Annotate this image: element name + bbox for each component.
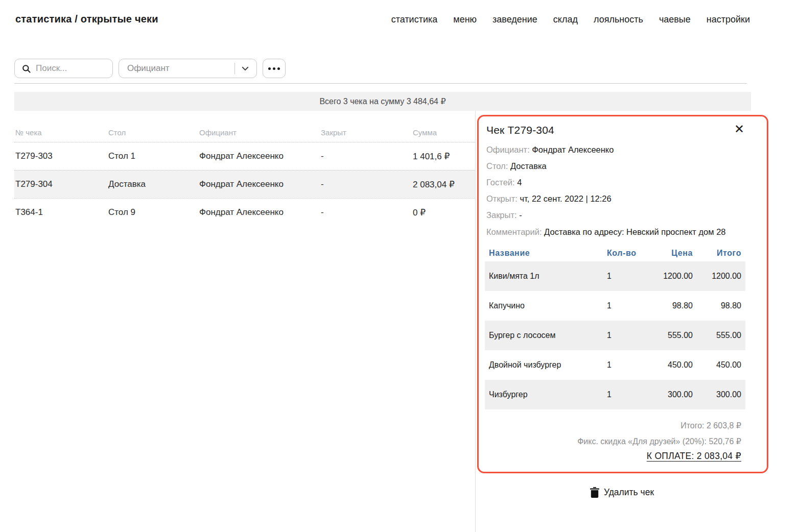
item-total: 450.00: [693, 360, 741, 370]
cell-waiter: Фондрат Алексеенко: [199, 151, 321, 161]
nav-item-menu[interactable]: меню: [453, 14, 477, 25]
field-comment: Комментарий: Доставка по адресу: Невский…: [486, 223, 745, 238]
payable-line: К ОПЛАТЕ: 2 083,04 ₽: [485, 451, 741, 462]
panel-header: Чек T279-304 ✕: [485, 124, 745, 136]
items-table: Название Кол-во Цена Итого Киви/мята 1л …: [485, 245, 745, 409]
items-col-qty: Кол-во: [607, 249, 642, 258]
item-row: Двойной чизбургер 1 450.00 450.00: [485, 350, 745, 380]
nav-item-settings[interactable]: настройки: [707, 14, 750, 25]
delete-check-button[interactable]: Удалить чек: [476, 487, 768, 498]
cell-sum: 2 083,04 ₽: [413, 179, 475, 190]
col-header-sum: Сумма: [413, 128, 475, 137]
item-name: Капучино: [489, 301, 607, 310]
table-row[interactable]: T279-303 Стол 1 Фондрат Алексеенко - 1 4…: [14, 142, 475, 170]
chevron-down-icon[interactable]: [241, 64, 250, 73]
subtotal-line: Итого: 2 603,8 ₽: [485, 418, 741, 433]
cell-waiter: Фондрат Алексеенко: [199, 179, 321, 189]
cell-table: Доставка: [108, 179, 199, 189]
trash-icon: [590, 487, 599, 498]
search-box[interactable]: [14, 59, 113, 78]
field-guests: Гостей: 4: [486, 174, 745, 190]
item-price: 98.80: [642, 301, 693, 310]
item-name: Бургер с лососем: [489, 331, 607, 340]
cell-check-number: T279-304: [15, 179, 108, 189]
item-row: Киви/мята 1л 1 1200.00 1200.00: [485, 261, 745, 291]
delete-check-label: Удалить чек: [604, 487, 654, 498]
nav-item-stock[interactable]: склад: [553, 14, 578, 25]
cell-table: Стол 9: [108, 207, 199, 217]
item-price: 1200.00: [642, 272, 693, 281]
col-header-waiter: Официант: [199, 128, 321, 137]
cell-sum: 1 401,6 ₽: [413, 151, 475, 162]
more-options-icon: [268, 67, 280, 70]
item-row: Чизбургер 1 300.00 300.00: [485, 380, 745, 409]
cell-closed: -: [321, 179, 413, 189]
item-qty: 1: [607, 331, 642, 340]
item-row: Бургер с лососем 1 555.00 555.00: [485, 321, 745, 350]
item-name: Двойной чизбургер: [489, 360, 607, 370]
waiter-filter-select[interactable]: Официант: [119, 59, 257, 78]
filters-toolbar: Официант: [14, 59, 286, 78]
item-price: 300.00: [642, 390, 693, 399]
item-name: Киви/мята 1л: [489, 272, 607, 281]
main-nav: статистика меню заведение склад лояльнос…: [391, 14, 750, 25]
cell-closed: -: [321, 151, 413, 161]
item-name: Чизбургер: [489, 390, 607, 399]
col-header-closed: Закрыт: [321, 128, 413, 137]
item-total: 98.80: [693, 301, 741, 310]
cell-table: Стол 1: [108, 151, 199, 161]
check-detail-panel: Чек T279-304 ✕ Официант: Фондрат Алексее…: [477, 115, 768, 473]
select-divider: [234, 63, 235, 74]
item-price: 555.00: [642, 331, 693, 340]
cell-closed: -: [321, 207, 413, 217]
cell-sum: 0 ₽: [413, 207, 475, 218]
check-title: Чек T279-304: [486, 124, 554, 136]
search-input[interactable]: [36, 63, 97, 74]
close-icon[interactable]: ✕: [733, 124, 745, 134]
top-header: статистика / открытые чеки статистика ме…: [15, 13, 750, 25]
item-row: Капучино 1 98.80 98.80: [485, 291, 745, 321]
item-qty: 1: [607, 390, 642, 399]
more-options-button[interactable]: [263, 59, 286, 78]
items-table-body: Киви/мята 1л 1 1200.00 1200.00 Капучино …: [485, 261, 745, 409]
item-qty: 1: [607, 360, 642, 370]
page-title: статистика / открытые чеки: [15, 13, 158, 25]
summary-bar: Всего 3 чека на сумму 3 484,64 ₽: [14, 92, 751, 111]
nav-item-loyalty[interactable]: лояльность: [594, 14, 643, 25]
item-price: 450.00: [642, 360, 693, 370]
items-col-total: Итого: [693, 249, 741, 258]
toolbar-divider: [14, 83, 747, 84]
field-opened: Открыт: чт, 22 сент. 2022 | 12:26: [486, 190, 745, 207]
checks-table: № чека Стол Официант Закрыт Сумма T279-3…: [14, 123, 475, 226]
nav-item-statistics[interactable]: статистика: [391, 14, 438, 25]
check-totals: Итого: 2 603,8 ₽ Фикс. скидка «Для друзе…: [485, 418, 745, 462]
cell-check-number: T364-1: [15, 207, 108, 217]
search-icon: [21, 64, 31, 74]
cell-waiter: Фондрат Алексеенко: [199, 207, 321, 217]
check-fields: Официант: Фондрат Алексеенко Стол: Доста…: [485, 141, 745, 238]
item-total: 1200.00: [693, 272, 741, 281]
nav-item-venue[interactable]: заведение: [492, 14, 537, 25]
items-table-header: Название Кол-во Цена Итого: [485, 245, 745, 261]
item-qty: 1: [607, 301, 642, 310]
field-waiter: Официант: Фондрат Алексеенко: [486, 141, 745, 158]
check-detail-area: Чек T279-304 ✕ Официант: Фондрат Алексее…: [475, 111, 799, 532]
col-header-table: Стол: [108, 128, 199, 137]
item-total: 300.00: [693, 390, 741, 399]
field-table: Стол: Доставка: [486, 158, 745, 174]
discount-line: Фикс. скидка «Для друзей» (20%): 520,76 …: [485, 433, 741, 449]
cell-check-number: T279-303: [15, 151, 108, 161]
waiter-filter-label: Официант: [127, 63, 170, 74]
field-closed: Закрыт: -: [486, 207, 745, 223]
table-row[interactable]: T364-1 Стол 9 Фондрат Алексеенко - 0 ₽: [14, 198, 475, 226]
item-qty: 1: [607, 272, 642, 281]
nav-item-tips[interactable]: чаевые: [659, 14, 691, 25]
checks-table-body: T279-303 Стол 1 Фондрат Алексеенко - 1 4…: [14, 142, 475, 226]
summary-text: Всего 3 чека на сумму 3 484,64 ₽: [319, 96, 445, 106]
table-row-selected[interactable]: T279-304 Доставка Фондрат Алексеенко - 2…: [14, 170, 475, 198]
col-header-check-number: № чека: [15, 128, 108, 137]
checks-table-header: № чека Стол Официант Закрыт Сумма: [14, 123, 475, 142]
items-col-name: Название: [489, 249, 607, 258]
item-total: 555.00: [693, 331, 741, 340]
items-col-price: Цена: [642, 249, 693, 258]
